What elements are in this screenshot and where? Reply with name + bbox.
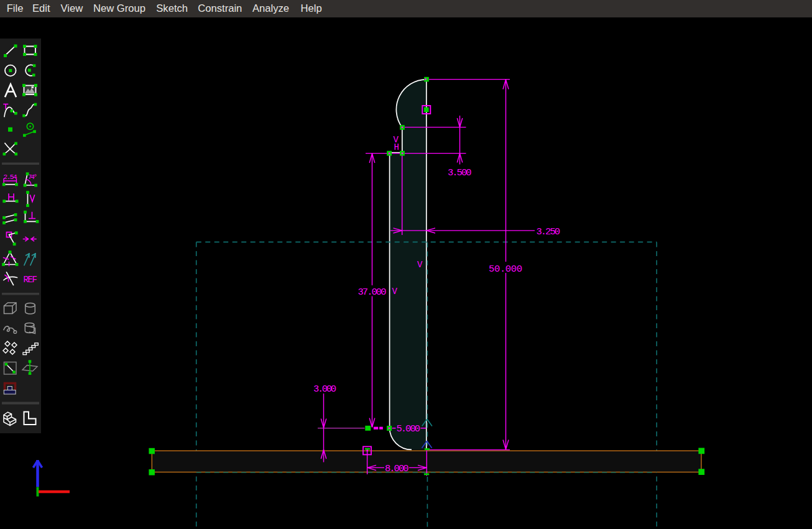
svg-text:50.000: 50.000 bbox=[489, 264, 522, 275]
svg-text:H: H bbox=[394, 142, 399, 152]
svg-text:8.000: 8.000 bbox=[385, 463, 409, 474]
svg-text:V: V bbox=[417, 260, 423, 270]
svg-text:5.000: 5.000 bbox=[397, 423, 421, 435]
svg-text:2.54: 2.54 bbox=[4, 173, 17, 181]
svg-text:74°: 74° bbox=[28, 173, 37, 181]
svg-text:V: V bbox=[392, 287, 398, 297]
svg-text:3.250: 3.250 bbox=[537, 226, 561, 237]
svg-text:37.000: 37.000 bbox=[358, 287, 387, 298]
svg-text:REF: REF bbox=[24, 275, 38, 285]
svg-text:3.500: 3.500 bbox=[448, 167, 472, 178]
svg-text:3.000: 3.000 bbox=[313, 384, 336, 395]
